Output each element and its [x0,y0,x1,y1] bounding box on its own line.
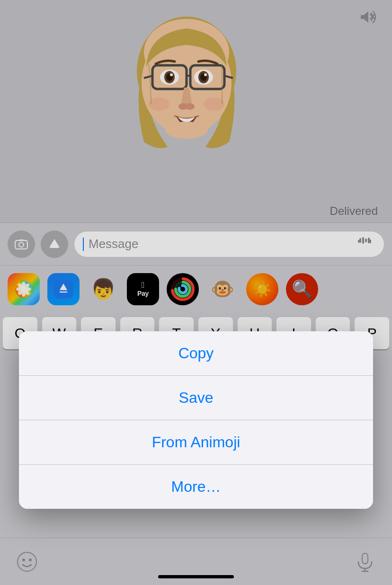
copy-button[interactable]: Copy [19,331,373,375]
save-button[interactable]: Save [19,376,373,420]
context-menu: Copy Save From Animoji More… [19,331,373,509]
from-animoji-button[interactable]: From Animoji [19,420,373,464]
more-button[interactable]: More… [19,465,373,509]
context-menu-overlay[interactable]: Copy Save From Animoji More… [0,0,392,585]
